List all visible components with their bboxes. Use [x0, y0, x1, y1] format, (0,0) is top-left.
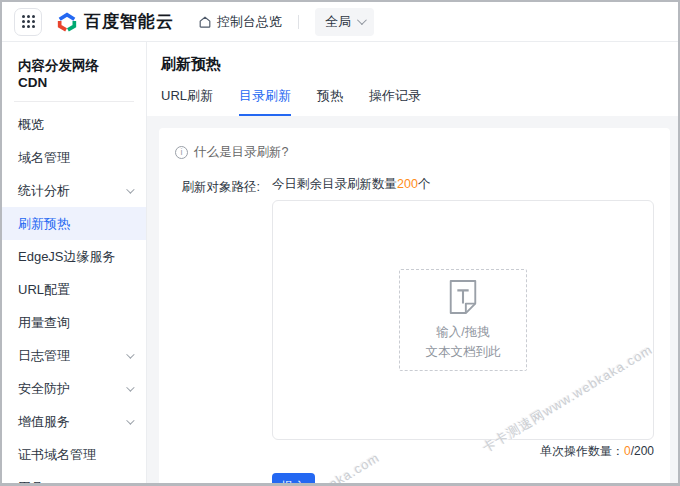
refresh-path-label: 刷新对象路径:: [175, 176, 260, 460]
chevron-down-icon: [126, 482, 134, 486]
chevron-down-icon: [126, 416, 134, 424]
sidebar-item-url-config[interactable]: URL配置: [2, 273, 146, 306]
refresh-path-form-row: 刷新对象路径: 今日剩余目录刷新数量200个: [175, 176, 654, 460]
sidebar-item-security[interactable]: 安全防护: [2, 372, 146, 405]
chevron-down-icon: [126, 383, 134, 391]
directory-refresh-help-link[interactable]: i 什么是目录刷新?: [175, 144, 288, 161]
console-window: 百度智能云 控制台总览 全局 内容分发网络 CDN 概览 域名管理 统计分析: [0, 0, 680, 486]
app-launcher-button[interactable]: [14, 8, 42, 36]
refresh-path-field: 今日剩余目录刷新数量200个 输入/拖拽: [272, 176, 654, 460]
sidebar-item-value-added[interactable]: 增值服务: [2, 405, 146, 438]
tab-bar: URL刷新 目录刷新 预热 操作记录: [161, 87, 662, 116]
grid-icon: [22, 15, 35, 28]
tab-operation-records[interactable]: 操作记录: [369, 87, 421, 116]
console-overview-link[interactable]: 控制台总览: [198, 13, 282, 31]
sidebar-item-cert-domain[interactable]: 证书域名管理: [2, 438, 146, 471]
sidebar-item-edgejs[interactable]: EdgeJS边缘服务: [2, 240, 146, 273]
quota-remaining-value: 200: [397, 177, 418, 191]
main-area: 刷新预热 URL刷新 目录刷新 预热 操作记录 i 什么是目录刷新? 刷新对象路…: [147, 42, 678, 483]
top-header: 百度智能云 控制台总览 全局: [2, 2, 678, 42]
help-text: 什么是目录刷新?: [194, 144, 288, 161]
baidu-cloud-logo-icon: [56, 11, 78, 33]
header-divider: [298, 15, 299, 29]
region-selector[interactable]: 全局: [315, 8, 374, 36]
home-icon: [198, 15, 212, 29]
brand-name: 百度智能云: [84, 10, 174, 33]
tab-url-refresh[interactable]: URL刷新: [161, 87, 213, 116]
sidebar-item-usage-query[interactable]: 用量查询: [2, 306, 146, 339]
content-panel: i 什么是目录刷新? 刷新对象路径: 今日剩余目录刷新数量200个: [159, 128, 670, 486]
tab-preheat[interactable]: 预热: [317, 87, 343, 116]
sidebar-item-domain-management[interactable]: 域名管理: [2, 141, 146, 174]
sidebar-item-tools[interactable]: 工具: [2, 471, 146, 486]
info-icon: i: [175, 146, 188, 159]
sidebar-item-log-management[interactable]: 日志管理: [2, 339, 146, 372]
brand-logo-link[interactable]: 百度智能云: [56, 10, 174, 33]
chevron-down-icon: [126, 185, 134, 193]
submit-button[interactable]: 提交: [272, 473, 315, 486]
sidebar-title: 内容分发网络 CDN: [2, 42, 146, 101]
page-title: 刷新预热: [161, 55, 662, 74]
chevron-down-icon: [126, 350, 134, 358]
sidebar-item-refresh-preheat[interactable]: 刷新预热: [2, 207, 146, 240]
text-document-icon: [446, 278, 480, 316]
counter-current-value: 0: [624, 444, 631, 458]
path-textarea-dropzone[interactable]: 输入/拖拽 文本文档到此: [272, 200, 654, 440]
sidebar: 内容分发网络 CDN 概览 域名管理 统计分析 刷新预热 EdgeJS边缘服务 …: [2, 42, 147, 483]
sidebar-separator: [14, 101, 134, 102]
tab-directory-refresh[interactable]: 目录刷新: [239, 87, 291, 116]
sidebar-item-statistics[interactable]: 统计分析: [2, 174, 146, 207]
console-overview-label: 控制台总览: [217, 13, 282, 31]
daily-quota-text: 今日剩余目录刷新数量200个: [272, 176, 654, 193]
dropzone-hint: 输入/拖拽 文本文档到此: [426, 323, 501, 362]
sidebar-item-overview[interactable]: 概览: [2, 108, 146, 141]
drag-drop-target[interactable]: 输入/拖拽 文本文档到此: [399, 269, 527, 371]
chevron-down-icon: [357, 15, 367, 25]
main-header: 刷新预热 URL刷新 目录刷新 预热 操作记录: [147, 42, 678, 116]
operation-counter: 单次操作数量：0/200: [272, 443, 654, 460]
region-selector-label: 全局: [325, 13, 351, 31]
